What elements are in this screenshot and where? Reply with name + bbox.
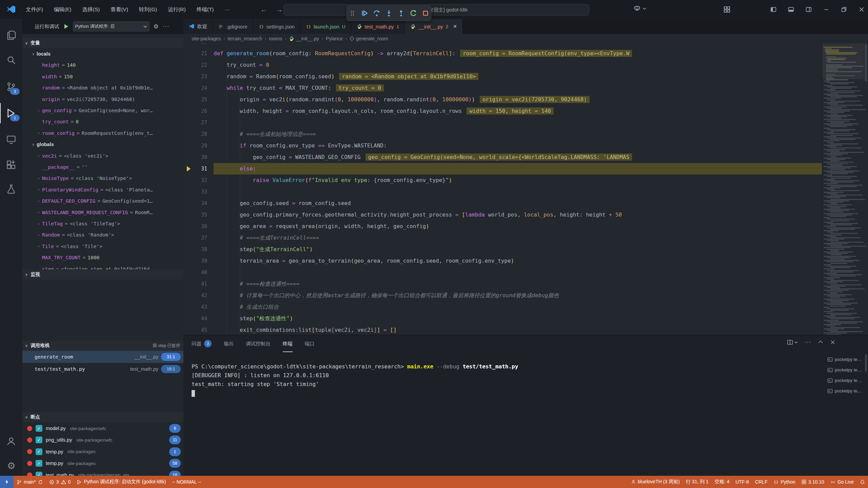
panel-tab-问题[interactable]: 问题3: [192, 335, 212, 352]
close-tab-icon[interactable]: ✕: [453, 24, 457, 29]
code-line-30[interactable]: 30 geo_config = WASTELAND_GEO_CONFIGgeo_…: [183, 151, 822, 163]
breakpoint-checkbox[interactable]: ✓: [36, 436, 42, 443]
code-line-33[interactable]: 33: [183, 186, 822, 198]
testing-icon[interactable]: [0, 179, 22, 199]
code-line-37[interactable]: 37 # ====生成TerrainCell====: [183, 232, 822, 244]
code-line-36[interactable]: 36 geo_area = request_area(origin, width…: [183, 221, 822, 232]
breakpoint-checkbox[interactable]: ✓: [36, 425, 42, 432]
breakpoint-checkbox[interactable]: ✓: [36, 472, 42, 476]
terminal-output[interactable]: PS C:\computer_science\godot-ldtk\site-p…: [192, 362, 815, 398]
extensions-icon[interactable]: [0, 155, 22, 175]
code-line-29[interactable]: 29 if room_config.env_type == EnvType.WA…: [183, 140, 822, 151]
step-over-icon[interactable]: [372, 9, 381, 18]
remote-explorer-icon[interactable]: [0, 129, 22, 150]
code-line-42[interactable]: 42 # 计算每一个出口的中心，然后使用astar生成路径，确保每一个出口组合都…: [183, 290, 822, 301]
status-item-3[interactable]: 30: [46, 476, 74, 488]
callstack-frame[interactable]: generate_room__init__.py31:1: [22, 351, 183, 363]
drag-grip-icon[interactable]: [348, 9, 357, 18]
variable-row[interactable]: ›TileTag=<class 'TileTag'>: [22, 218, 183, 229]
close-window-icon[interactable]: [859, 6, 865, 13]
code-line-24[interactable]: 24 while try_count < MAX_TRY_COUNT:try_c…: [183, 82, 822, 94]
tab-launch.json[interactable]: {}launch.jsonU: [300, 19, 351, 34]
breadcrumb-item[interactable]: __init__.py: [289, 36, 319, 41]
minimize-icon[interactable]: [823, 6, 829, 13]
run-debug-icon[interactable]: 1: [0, 103, 22, 123]
settings-gear-icon[interactable]: ⚙: [0, 455, 22, 476]
status-item-行 31, 列 1[interactable]: 行 31, 列 1: [683, 476, 712, 488]
account-icon[interactable]: [0, 431, 22, 451]
variable-row[interactable]: origin=vec2i(7205730, 9024468): [22, 94, 183, 105]
panel-more-icon[interactable]: ···: [805, 339, 811, 345]
restore-icon[interactable]: [841, 6, 847, 13]
menu-终端(T)[interactable]: 终端(T): [192, 4, 219, 15]
variable-group-globals[interactable]: ∨globals: [22, 139, 183, 150]
editor-scrollbar[interactable]: [864, 43, 868, 335]
toggle-sidebar-left-icon[interactable]: [770, 6, 776, 13]
breakpoint-row[interactable]: ✓png_utils.pysite-packages\wfc11: [22, 434, 183, 446]
explorer-icon[interactable]: [0, 25, 22, 45]
breakpoint-checkbox[interactable]: ✓: [36, 460, 42, 467]
code-line-35[interactable]: 35 geo_config.primary_forces.geothermal_…: [183, 209, 822, 221]
code-line-26[interactable]: 26 width, height = room_config.layout.n_…: [183, 105, 822, 117]
status-item-CRLF[interactable]: CRLF: [752, 476, 771, 488]
panel-tab-调试控制台[interactable]: 调试控制台: [246, 335, 271, 352]
code-line-41[interactable]: 41 # ====检查连通性====: [183, 278, 822, 290]
breakpoint-row[interactable]: ✓model.pysite-packages\wfc6: [22, 423, 183, 434]
code-line-21[interactable]: 21def generate_room(room_config: RoomReq…: [183, 48, 822, 59]
variable-group-locals[interactable]: ∨locals: [22, 48, 183, 60]
code-line-45[interactable]: 45 exit_combinations:list[tuple[vec2i, v…: [183, 324, 822, 335]
step-out-icon[interactable]: [397, 9, 406, 18]
status-item[interactable]: [857, 476, 868, 488]
callstack-frame[interactable]: test/test_math.pytest_math.py16:1: [22, 363, 183, 375]
terminal-list-item[interactable]: pocketpy te…: [825, 365, 868, 375]
menu-转到(G)[interactable]: 转到(G): [134, 4, 162, 15]
code-line-38[interactable]: 38 step("生成TerrainCell"): [183, 244, 822, 255]
forward-icon[interactable]: →: [276, 6, 283, 14]
variable-row[interactable]: ›Random=<class 'Random'>: [22, 229, 183, 241]
continue-icon[interactable]: [360, 9, 369, 18]
breakpoint-row[interactable]: ✓temp.pysite-packages58: [22, 458, 183, 469]
code-line-39[interactable]: 39 terrain_area = geo_area_to_terrain(ge…: [183, 255, 822, 267]
variable-row[interactable]: MAX_TRY_COUNT=1000: [22, 252, 183, 263]
status-item-Python[interactable]: {}Python: [770, 476, 798, 488]
variable-row[interactable]: height=140: [22, 59, 183, 71]
code-line-44[interactable]: 44 step("检查连通性"): [183, 313, 822, 324]
code-line-25[interactable]: 25 origin = vec2i(random.randint(0, 1000…: [183, 94, 822, 105]
variable-row[interactable]: ›vec2i=<class 'vec2i'>: [22, 150, 183, 162]
variable-row[interactable]: ›geo_config=GeoConfig(seed=None, wor…: [22, 105, 183, 116]
breadcrumb-item[interactable]: Pylance: [326, 36, 343, 41]
tab-欢迎[interactable]: 欢迎: [183, 19, 213, 34]
code-line-22[interactable]: 22 try_count = 0: [183, 59, 822, 71]
variable-row[interactable]: __package__='': [22, 161, 183, 173]
variable-row[interactable]: ›DEFAULT_GEO_CONFIG=GeoConfig(seed=1…: [22, 195, 183, 207]
toggle-panel-icon[interactable]: [788, 6, 794, 13]
variable-row[interactable]: ›WASTELAND_ROOM_REQUEST_CONFIG=RoomR…: [22, 207, 183, 218]
section-callstack[interactable]: ∨调用堆栈因 step 已暂停: [22, 341, 183, 351]
source-control-icon[interactable]: 3: [0, 77, 22, 97]
restart-icon[interactable]: [409, 9, 418, 18]
tab-test_math.py[interactable]: test_math.py1: [351, 19, 405, 34]
back-icon[interactable]: ←: [260, 6, 267, 14]
code-line-43[interactable]: 43 # 生成出口组合: [183, 301, 822, 313]
tab-__init__.py[interactable]: __init__.py2✕: [405, 19, 463, 34]
breadcrumb-item[interactable]: site-packages: [192, 36, 221, 41]
code-line-28[interactable]: 28 # ====生成初始地理信息====: [183, 128, 822, 140]
panel-tab-端口[interactable]: 端口: [305, 335, 315, 352]
code-line-23[interactable]: 23 random = Random(room_config.seed)rand…: [183, 71, 822, 82]
remote-indicator[interactable]: [0, 476, 14, 488]
customize-layout-icon[interactable]: [724, 6, 730, 13]
status-item-3.10.10[interactable]: 3.10.10: [798, 476, 827, 488]
status-item-UTF-8[interactable]: UTF-8: [732, 476, 752, 488]
terminal-list-item[interactable]: pocketpy te…: [825, 386, 868, 396]
status-item-main*[interactable]: main*: [14, 476, 46, 488]
panel-tab-终端[interactable]: 终端: [283, 335, 293, 352]
search-sidebar-icon[interactable]: [0, 50, 22, 70]
close-panel-icon[interactable]: [830, 340, 835, 345]
split-terminal-button[interactable]: [787, 339, 798, 345]
status-item-Go Live[interactable]: Go Live: [827, 476, 857, 488]
command-center-search[interactable]: [扩展开发宿主] godot-ldtk: [283, 4, 589, 16]
variable-row[interactable]: random=<Random object at 0x1bf9d01e…: [22, 82, 183, 94]
step-into-icon[interactable]: [384, 9, 393, 18]
section-breakpoints[interactable]: ∨断点: [22, 412, 183, 422]
section-watch[interactable]: ∨监视: [22, 269, 183, 280]
